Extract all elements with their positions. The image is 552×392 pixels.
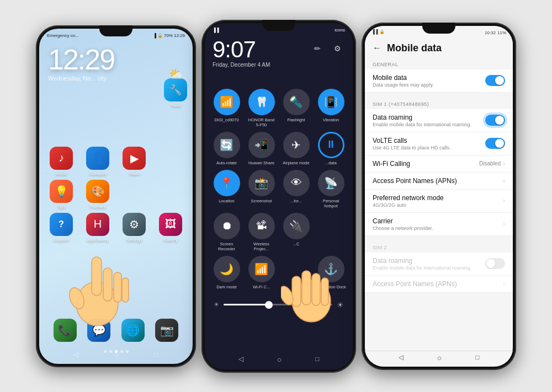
cc-vibration-tile[interactable]: 📳 Vibration [316,89,346,127]
app-gallery[interactable]: 🖼 Gallery [154,213,187,243]
svg-rect-4 [114,272,121,302]
brightness-low-icon: ☀ [214,301,219,308]
back-btn-3[interactable]: ◁ [399,353,404,362]
settings-content[interactable]: GENERAL Mobile data Data usage fees may … [365,57,513,367]
app-placeholder-3 [154,180,187,210]
recents-btn-2[interactable]: □ [315,355,319,364]
nav-bar-2: ◁ ○ □ [205,353,353,366]
wifi-calling-item[interactable]: Wi-Fi Calling Disabled › [365,155,513,173]
dock: 📞 💬 🌐 📷 [39,319,193,342]
app-appgallery[interactable]: H AppGallery [81,213,114,243]
settings-screen: ▐▐ 🔒 10:32 11% ← Mobile data GENERAL [365,26,513,367]
section-sim1-label: SIM 1 (+40754848695) [365,97,513,109]
cc-time-section: 9:07 Friday, December 4 AM [213,36,270,68]
sim2-apn-chevron: › [503,280,505,288]
cc-screenshot-tile[interactable]: 📸 Screenshot [246,170,277,208]
tools-app[interactable]: 🔧 Tools [164,78,187,108]
general-list: Mobile data Data usage fees may apply. [365,69,513,93]
back-btn-2[interactable]: ◁ [238,355,243,364]
cc-data-icon: II [318,132,344,158]
cc-darkmode-tile[interactable]: 🌙 Dark mode [211,256,242,289]
network-mode-item[interactable]: Preferred network mode 4G/3G/2G auto › [365,190,513,213]
dock-phone[interactable]: 📞 [54,319,77,342]
weather-widget: ⛅ [169,67,184,82]
phone-1-screen: Emergency co... ▐ 🔒 70% 12:29 12:29 Wedn… [39,29,193,364]
settings-header: ← Mobile data [365,38,513,57]
volte-calls-item[interactable]: VoLTE calls Use 4G LTE data to place HD … [365,132,513,155]
cc-signal-icon: ▐▐ [213,28,219,33]
cc-vibration-icon: 📳 [318,89,344,115]
cc-location-tile[interactable]: 📍 Location [211,170,242,208]
back-button[interactable]: ← [373,43,381,53]
cc-wifical-tile[interactable]: 📶 Wi-Fi C... [246,256,277,289]
cc-huaweishare-tile[interactable]: 📲 Huawei Share [246,132,277,165]
messages-icon: 💬 [87,319,110,342]
app-placeholder-2 [118,180,151,210]
browser-icon: 🌐 [121,319,145,342]
tools-icon: 🔧 [164,78,187,101]
cc-airplane-tile[interactable]: ✈ Airplane mode [281,132,311,165]
cc-brightness-row: ☀ ☀ [205,296,353,314]
app-themes[interactable]: 🎨 Themes [81,180,114,210]
app-video[interactable]: ▶ Video [118,147,151,176]
cc-navdock-tile[interactable]: ⚓ Navigation Dock [316,256,346,289]
notch-3 [422,23,455,34]
cc-flashlight-tile[interactable]: 🔦 Flashlight [281,89,311,127]
cc-charge-tile[interactable]: 🔌 ...C [281,213,311,251]
sim2-apn-item: Access Point Names (APNs) › [365,276,513,293]
home-btn-1[interactable]: ○ [114,351,119,359]
volte-toggle[interactable] [485,138,505,149]
dock-browser[interactable]: 🌐 [121,319,145,342]
recents-btn-1[interactable]: □ [155,351,158,359]
data-roaming-toggle[interactable] [485,115,505,126]
app-tips[interactable]: 💡 Tips [45,180,78,210]
tools-row: 🔧 Tools [39,78,193,108]
recents-btn-3[interactable]: □ [475,353,479,362]
cc-wifi-tile[interactable]: 📶 DIGI_cd9070 [211,89,242,127]
carrier-item[interactable]: Carrier Choose a network provider. › [365,213,513,236]
app-support[interactable]: ? Support [45,213,78,243]
settings-signal: ▐▐ 🔒 [371,29,385,37]
back-btn-1[interactable]: ◁ [73,351,78,359]
cc-eye-tile[interactable]: 👁 ...for... [281,170,311,208]
cc-eye-icon: 👁 [283,170,310,196]
cc-data-tile[interactable]: II ...data [316,132,346,165]
cc-settings-icon[interactable]: ⚙ [330,41,345,56]
apn-chevron: › [503,177,505,185]
apn-item[interactable]: Access Point Names (APNs) › [365,173,513,190]
mobile-data-toggle[interactable] [485,75,505,86]
brightness-bar[interactable] [224,304,332,305]
cc-date: Friday, December 4 AM [213,62,270,68]
cc-hotspot-tile[interactable]: 📡 Personal hotspot [316,170,346,208]
svg-rect-3 [103,268,112,301]
sim2-data-roaming-knob [486,259,495,268]
cc-bt-tile[interactable]: 🦷 HONOR Band 5-F50 [246,89,277,127]
app-grid: ♪ Music 👤 Contacts ▶ Video 💡 Tips [39,143,193,246]
contacts-icon: 👤 [86,147,109,170]
cc-share-icon: 📲 [248,132,275,158]
cc-autorotate-tile[interactable]: 🔄 Auto-rotate [211,132,242,165]
data-roaming-item[interactable]: Data roaming Enable mobile data for inte… [365,109,513,132]
home-btn-2[interactable]: ○ [277,355,282,364]
mobile-data-item[interactable]: Mobile data Data usage fees may apply. [365,69,513,93]
app-settings[interactable]: ⚙ Settings [118,213,151,243]
dock-messages[interactable]: 💬 [87,319,110,342]
phone-2: ▐▐ icons 9:07 Friday, December 4 AM ✏ ⚙ [201,20,356,373]
app-contacts[interactable]: 👤 Contacts [81,147,114,176]
home-btn-3[interactable]: ○ [437,353,442,362]
app-music[interactable]: ♪ Music [45,147,78,176]
settings-time: 10:32 [485,30,496,35]
tips-icon: 💡 [50,180,73,203]
music-icon: ♪ [50,147,73,170]
phone-2-screen: ▐▐ icons 9:07 Friday, December 4 AM ✏ ⚙ [205,23,353,369]
cc-projection-tile[interactable]: 📽 Wireless Projec... [246,213,277,251]
settings-icon: ⚙ [123,213,146,236]
section-sim2-label: SIM 2 [365,240,513,253]
cc-wifical-icon: 📶 [248,256,275,282]
cc-charge-icon: 🔌 [283,213,310,239]
cc-edit-icon[interactable]: ✏ [310,41,325,56]
support-icon: ? [50,213,73,236]
dock-camera[interactable]: 📷 [155,319,178,342]
cc-recorder-tile[interactable]: ⏺ Screen Recorder [211,213,242,251]
network-mode-chevron: › [503,197,505,205]
